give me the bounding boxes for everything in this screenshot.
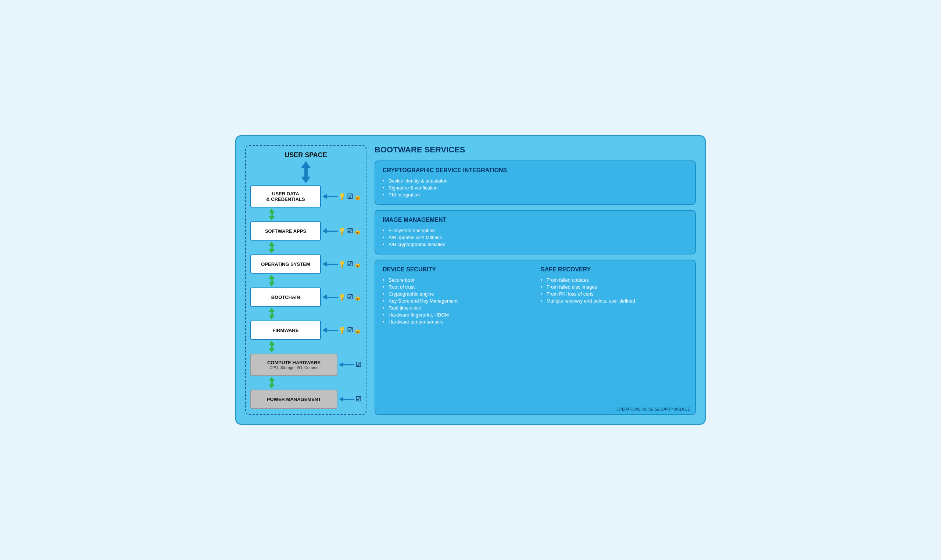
connector-software: 🔑 ☑ 🔓 — [322, 227, 361, 235]
image-item-2: • A/B updates with fallback — [383, 234, 688, 241]
device-security-col: DEVICE SECURITY • Secure boot • Root of … — [383, 266, 530, 408]
image-card: IMAGE MANAGEMENT • Filesystem encryption… — [375, 210, 696, 254]
ds-item-6: • Hardware fingerprint, HBOM — [383, 311, 530, 318]
image-item-1: • Filesystem encryption — [383, 227, 688, 234]
bottom-cards: DEVICE SECURITY • Secure boot • Root of … — [375, 260, 696, 415]
checkbox-icon-6: ☑ — [355, 361, 361, 369]
layer-firmware: FIRMWARE 🔑 ☑ 🔓 — [250, 321, 361, 340]
key-icon-2: 🔑 — [338, 226, 347, 236]
ds-item-1: • Secure boot — [383, 277, 530, 283]
box-firmware: FIRMWARE — [250, 321, 321, 340]
image-list: • Filesystem encryption • A/B updates wi… — [383, 227, 688, 248]
sr-item-4: • Multiple recovery end points, user def… — [541, 297, 688, 305]
connector-power: ☑ — [339, 395, 361, 403]
lock-icon-4: 🔓 — [354, 294, 361, 301]
key-icon-3: 🔑 — [338, 259, 347, 269]
ds-item-4: • Key Store and Key Management — [383, 297, 530, 305]
checkbox-icon-5: ☑ — [347, 326, 353, 334]
key-icon-5: 🔑 — [338, 325, 347, 335]
checkbox-icon-1: ☑ — [347, 192, 353, 200]
lock-icon-5: 🔓 — [354, 327, 361, 334]
ds-item-3: • Cryptographic engine — [383, 291, 530, 297]
box-software-apps: SOFTWARE APPS — [250, 222, 321, 240]
double-arrow-6 — [269, 377, 275, 389]
image-item-3: • A/B cryptographic Isolation — [383, 241, 688, 248]
connector-bootchain: 🔑 ☑ 🔓 — [322, 293, 361, 301]
checkbox-icon-4: ☑ — [347, 293, 353, 301]
lock-icon-2: 🔓 — [354, 228, 361, 235]
double-arrow-5 — [269, 341, 275, 352]
safe-recovery-list: • From failed updates • From failed disc… — [541, 277, 688, 305]
ds-item-7: • Hardware tamper sensors — [383, 318, 530, 325]
double-arrow-3 — [269, 275, 275, 286]
sr-item-3: • From PKI loss of certs — [541, 291, 688, 297]
connector-user-data: 🔑 ☑ 🔓 — [322, 192, 361, 200]
device-security-title: DEVICE SECURITY — [383, 266, 530, 273]
connector-compute: ☑ — [339, 361, 361, 369]
layer-user-data: USER DATA& CREDENTIALS 🔑 ☑ 🔓 — [250, 185, 361, 208]
crypto-title: CRYPTOGRAPHIC SERVICE INTEGRATIONS — [383, 167, 688, 174]
double-arrow-1 — [269, 209, 275, 220]
crypto-item-1: • Device identity & attestation — [383, 177, 688, 185]
operations-note: * OPERATIONS INSIDE SECURITY MODULE — [614, 407, 690, 411]
crypto-card: CRYPTOGRAPHIC SERVICE INTEGRATIONS • Dev… — [375, 160, 696, 205]
diagram-wrapper: USER SPACE USER DATA& CREDENTIALS 🔑 ☑ 🔓 — [235, 135, 706, 425]
bidir-arrow-top — [301, 161, 311, 183]
box-bootchain: BOOTCHAIN — [250, 288, 321, 307]
sr-item-1: • From failed updates — [541, 277, 688, 283]
crypto-list: • Device identity & attestation • Signat… — [383, 177, 688, 198]
ds-item-2: • Root of trust — [383, 283, 530, 291]
lock-icon-3: 🔓 — [354, 261, 361, 268]
connector-os: 🔑 ☑ 🔓 — [322, 260, 361, 268]
double-arrow-4 — [269, 308, 275, 320]
layer-software-apps: SOFTWARE APPS 🔑 ☑ 🔓 — [250, 222, 361, 240]
ds-item-5: • Real time clock — [383, 305, 530, 311]
box-user-data: USER DATA& CREDENTIALS — [250, 185, 321, 208]
checkbox-icon-3: ☑ — [347, 260, 353, 268]
checkbox-icon-2: ☑ — [347, 227, 353, 235]
device-security-list: • Secure boot • Root of trust • Cryptogr… — [383, 277, 530, 325]
connector-firmware: 🔑 ☑ 🔓 — [322, 326, 361, 334]
box-compute: COMPUTE HARDWARE CPU, Storage, I/O, Comm… — [250, 354, 338, 375]
layer-bootchain: BOOTCHAIN 🔑 ☑ 🔓 — [250, 288, 361, 307]
sr-item-2: • From failed disc images — [541, 283, 688, 291]
crypto-item-3: • PKI integration — [383, 191, 688, 198]
safe-recovery-col: SAFE RECOVERY • From failed updates • Fr… — [541, 266, 688, 408]
layer-power: POWER MANAGEMENT ☑ — [250, 389, 361, 409]
arrow-left-1 — [322, 194, 338, 199]
bootware-title: BOOTWARE SERVICES — [375, 145, 696, 155]
key-icon-1: 🔑 — [338, 192, 347, 201]
user-space-title: USER SPACE — [284, 151, 327, 159]
right-panel: BOOTWARE SERVICES CRYPTOGRAPHIC SERVICE … — [375, 145, 696, 415]
crypto-item-2: • Signature & verification — [383, 185, 688, 191]
checkbox-icon-7: ☑ — [355, 395, 361, 403]
box-os: OPERATING SYSTEM — [250, 254, 321, 274]
double-arrow-2 — [269, 242, 275, 253]
key-icon-4: 🔑 — [338, 292, 347, 302]
layer-os: OPERATING SYSTEM 🔑 ☑ 🔓 — [250, 254, 361, 274]
safe-recovery-title: SAFE RECOVERY — [541, 266, 688, 273]
lock-icon-1: 🔓 — [354, 193, 361, 200]
layer-compute: COMPUTE HARDWARE CPU, Storage, I/O, Comm… — [250, 354, 361, 375]
image-title: IMAGE MANAGEMENT — [383, 217, 688, 223]
left-panel: USER SPACE USER DATA& CREDENTIALS 🔑 ☑ 🔓 — [245, 145, 367, 415]
box-power: POWER MANAGEMENT — [250, 389, 338, 409]
